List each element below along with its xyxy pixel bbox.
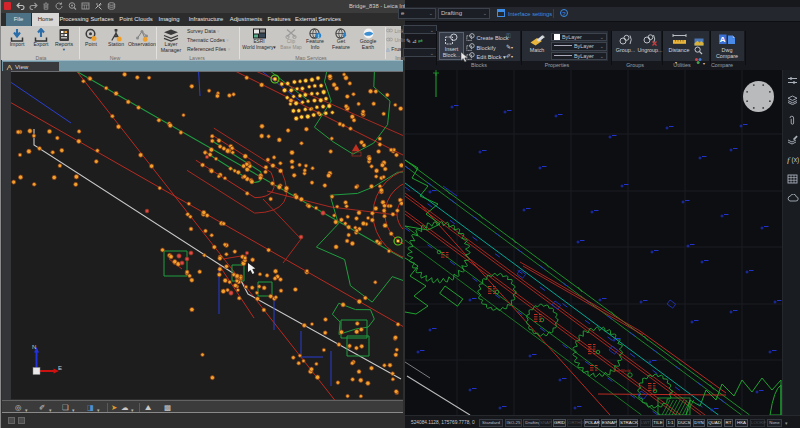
svg-text:N: N — [32, 344, 36, 350]
svg-text:Tree World: Tree World — [613, 369, 630, 373]
svg-text:(x): (x) — [792, 156, 800, 164]
svg-text:A: A — [720, 35, 726, 44]
svg-text:f: f — [787, 155, 791, 165]
svg-text:E: E — [58, 365, 62, 371]
